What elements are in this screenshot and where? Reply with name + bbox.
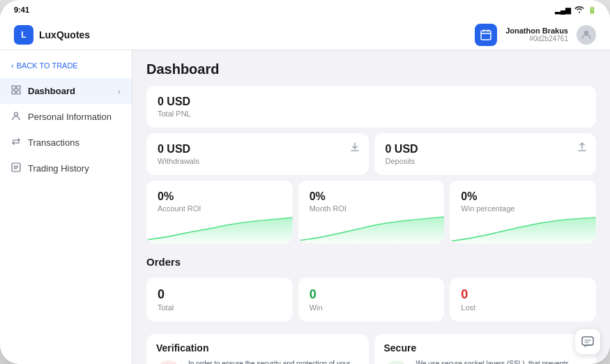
svg-rect-4 [12,91,15,94]
sidebar-item-left: Dashboard [11,85,75,97]
verification-text: In order to ensure the security and prot… [188,359,359,364]
status-icons: ▂▄▆ 🔋 [555,6,596,15]
main-layout: ‹ BACK TO TRADE Dashboard › [0,50,610,364]
sidebar-trading-label: Trading History [28,163,89,174]
orders-win-card: 0 Win [298,278,445,321]
sidebar-item-dashboard[interactable]: Dashboard › [0,78,132,104]
sidebar-personal-label: Personal Information [28,112,112,122]
sidebar-item-left: Trading History [11,162,89,174]
win-pct-card: 0% Win percentage [450,181,596,243]
withdrawals-label: Withdrawals [158,157,358,165]
bottom-row: Verification In order to ensure the secu… [146,334,596,364]
secure-icon [384,361,409,364]
user-info: Jonathon Brakus #0d2b24761 [505,26,568,43]
logo-icon: L [14,25,33,45]
orders-total-label: Total [158,303,282,312]
svg-rect-0 [481,31,491,40]
chat-fab-button[interactable] [575,329,600,354]
svg-rect-3 [17,86,20,89]
cards-grid: 0 USD Total PNL 0 USD Withdrawals [146,86,596,364]
trading-icon [11,162,21,174]
main-content: Dashboard 0 USD Total PNL [132,50,610,364]
account-roi-card: 0% Account ROI [146,181,293,243]
verification-content: In order to ensure the security and prot… [156,359,359,364]
verification-card: Verification In order to ensure the secu… [146,334,369,364]
total-pnl-label: Total PNL [158,109,585,118]
svg-rect-5 [17,91,20,94]
download-icon [349,142,360,156]
svg-rect-9 [582,337,593,345]
withdrawals-card: 0 USD Withdrawals [146,133,369,175]
orders-win-label: Win [310,303,434,312]
chevron-right-icon: › [118,87,121,96]
svg-point-6 [15,112,18,116]
orders-lost-label: Lost [461,303,585,312]
month-roi-label: Month ROI [310,204,434,213]
svg-point-1 [584,31,588,35]
month-roi-value: 0% [310,190,434,203]
sidebar-item-transactions[interactable]: Transactions [0,130,132,156]
total-pnl-value: 0 USD [158,96,585,108]
header-right: Jonathon Brakus #0d2b24761 [475,24,596,46]
logo-area: L LuxQuotes [14,25,90,45]
deposits-card: 0 USD Deposits [374,133,597,175]
orders-section-title: Orders [146,256,596,268]
svg-rect-2 [12,86,15,89]
secure-text: We use secure socket layers (SSL), that … [416,359,587,364]
deposits-value: 0 USD [386,143,586,156]
sidebar-item-trading[interactable]: Trading History [0,156,132,181]
win-pct-label: Win percentage [461,204,585,213]
orders-lost-value: 0 [461,287,585,302]
calendar-button[interactable] [475,24,497,46]
user-name: Jonathon Brakus [505,26,568,35]
tablet-frame: 9:41 ▂▄▆ 🔋 L LuxQuotes [0,0,610,364]
transactions-icon [11,137,21,149]
orders-total-value: 0 [158,287,282,302]
orders-row: 0 Total 0 Win 0 Lost [146,278,596,321]
roi-row: 0% Account ROI [146,181,596,243]
user-id: #0d2b24761 [505,35,568,43]
total-pnl-card: 0 USD Total PNL [146,86,596,128]
sidebar-item-left: Transactions [11,137,79,149]
signal-icon: ▂▄▆ [555,6,571,14]
page-title: Dashboard [146,61,596,77]
upload-icon [577,142,588,156]
month-roi-chart [298,215,445,243]
logo-text: LuxQuotes [39,29,90,40]
chevron-left-icon: ‹ [11,61,14,70]
wifi-icon [574,6,584,15]
sidebar: ‹ BACK TO TRADE Dashboard › [0,50,132,364]
month-roi-card: 0% Month ROI [298,181,445,243]
withdrawals-value: 0 USD [158,143,358,156]
account-roi-chart [146,215,293,243]
status-bar: 9:41 ▂▄▆ 🔋 [0,0,610,20]
user-avatar[interactable] [577,25,596,45]
sidebar-item-left: Personal Information [11,111,112,123]
orders-win-value: 0 [310,287,434,302]
back-to-trade-link[interactable]: ‹ BACK TO TRADE [0,59,132,78]
secure-title: Secure [384,342,587,354]
account-roi-label: Account ROI [158,204,282,213]
status-time: 9:41 [14,6,29,14]
back-label: BACK TO TRADE [17,61,78,70]
withdrawals-deposits-row: 0 USD Withdrawals 0 USD Deposits [146,133,596,175]
account-roi-value: 0% [158,190,282,203]
orders-total-card: 0 Total [146,278,293,321]
app-header: L LuxQuotes Jonathon Brakus #0d2b24761 [0,20,610,50]
sidebar-dashboard-label: Dashboard [28,86,75,96]
win-pct-chart [450,215,596,243]
battery-icon: 🔋 [588,6,596,14]
deposits-label: Deposits [386,157,586,165]
orders-lost-card: 0 Lost [450,278,596,321]
verify-icon [156,361,181,364]
secure-card: Secure We use secure socket layers (SSL)… [374,334,597,364]
sidebar-transactions-label: Transactions [28,137,79,148]
person-icon [11,111,21,123]
sidebar-item-personal[interactable]: Personal Information [0,104,132,130]
dashboard-icon [11,85,21,97]
win-pct-value: 0% [461,190,585,203]
secure-content: We use secure socket layers (SSL), that … [384,359,587,364]
verification-title: Verification [156,342,359,354]
